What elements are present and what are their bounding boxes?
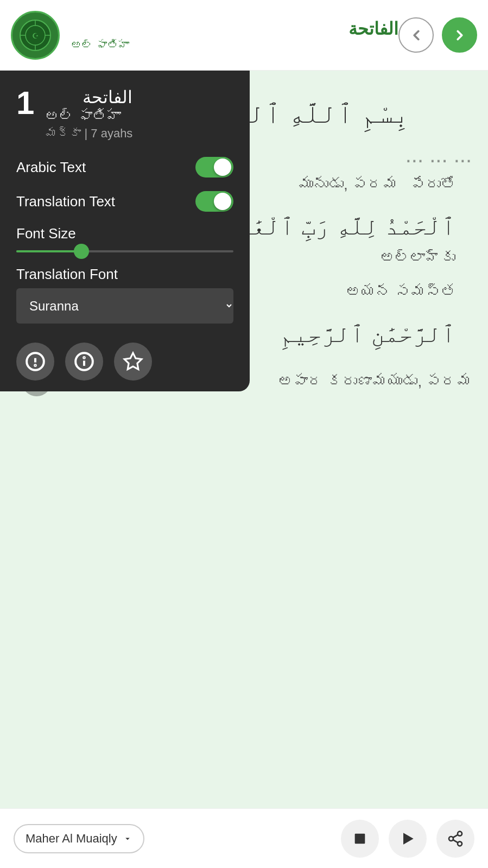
exclamation-button[interactable] (16, 343, 54, 381)
surah-meta: మక్కా | 7 ayahs (45, 126, 132, 141)
svg-rect-14 (355, 833, 365, 844)
svg-point-17 (449, 837, 453, 841)
font-size-slider-container (16, 250, 233, 252)
svg-text:☪: ☪ (32, 32, 39, 40)
verse3-translation: అపార కరుణామయుడు, పరమ (278, 373, 472, 390)
svg-point-12 (84, 357, 85, 358)
dropdown-icon (123, 834, 132, 844)
slider-thumb[interactable] (74, 244, 89, 259)
player-controls (341, 820, 474, 858)
arabic-text-setting: Arabic Text (16, 157, 233, 178)
reciter-selector[interactable]: Maher Al Muaiqly (14, 824, 144, 853)
translation-font-label: Translation Font (16, 266, 233, 283)
surah-transliteration-title: అల్ ఫాతిహా (71, 39, 398, 52)
svg-line-20 (453, 834, 458, 837)
player-bar: Maher Al Muaiqly (0, 808, 488, 868)
svg-point-9 (35, 365, 36, 366)
translation-text-toggle[interactable] (195, 191, 233, 212)
main-content: بِسْمِ ٱللَّهِ ٱلرَّحْمَٰنِ ٱلرَّحِيمِ .… (0, 71, 488, 808)
header: ☪ الفاتحة అల్ ఫాతిహా (0, 0, 488, 71)
arabic-text-label: Arabic Text (16, 159, 86, 176)
share-icon (447, 830, 464, 847)
verse2-translation: అల్లాహ్‌కు (380, 249, 455, 266)
navigation-buttons (398, 17, 477, 53)
panel-actions (16, 343, 233, 381)
svg-marker-13 (124, 353, 142, 369)
surah-name-arabic: الفاتحة (45, 87, 132, 107)
surah-name-local: అల్ ఫాతిహా (45, 107, 132, 124)
translation-text-setting: Translation Text (16, 191, 233, 212)
svg-marker-15 (403, 833, 414, 844)
slider-fill (16, 250, 81, 252)
nav-back-button[interactable] (398, 17, 434, 53)
arabic-text-toggle-knob (214, 159, 231, 176)
arabic-text-toggle[interactable] (195, 157, 233, 178)
translation-font-dropdown[interactable]: Suranna Noto Sans Telugu Potti Sreeramul… (16, 288, 233, 324)
verse1-translation: మునుడు, పరమ (298, 176, 398, 193)
app-logo: ☪ (11, 11, 60, 60)
svg-point-16 (458, 831, 462, 835)
star-button[interactable] (114, 343, 152, 381)
surah-details: الفاتحة అల్ ఫాతిహా మక్కా | 7 ayahs (45, 87, 132, 141)
settings-panel: 1 الفاتحة అల్ ఫాతిహా మక్కా | 7 ayahs Ara… (0, 71, 250, 391)
translation-text-toggle-knob (214, 193, 231, 210)
reciter-name: Maher Al Muaiqly (26, 832, 117, 846)
slider-track (16, 250, 233, 252)
surah-number: 1 (16, 87, 34, 119)
svg-point-18 (458, 841, 462, 846)
stop-button[interactable] (341, 820, 379, 858)
info-button[interactable] (65, 343, 103, 381)
surah-arabic-title: الفاتحة (71, 18, 398, 39)
play-icon (399, 830, 416, 847)
font-size-label: Font Size (16, 225, 233, 242)
play-button[interactable] (389, 820, 427, 858)
verse1-perutho: పేరుతో (410, 176, 455, 193)
nav-forward-button[interactable] (442, 17, 477, 53)
share-button[interactable] (436, 820, 474, 858)
stop-icon (351, 830, 369, 847)
header-title-group: الفاتحة అల్ ఫాతిహా (71, 18, 398, 52)
surah-info: 1 الفاتحة అల్ ఫాతిహా మక్కా | 7 ayahs (16, 87, 233, 141)
verse3-translation-part: అయన సమస్త (346, 283, 455, 300)
svg-line-19 (453, 840, 458, 842)
translation-text-label: Translation Text (16, 193, 115, 210)
